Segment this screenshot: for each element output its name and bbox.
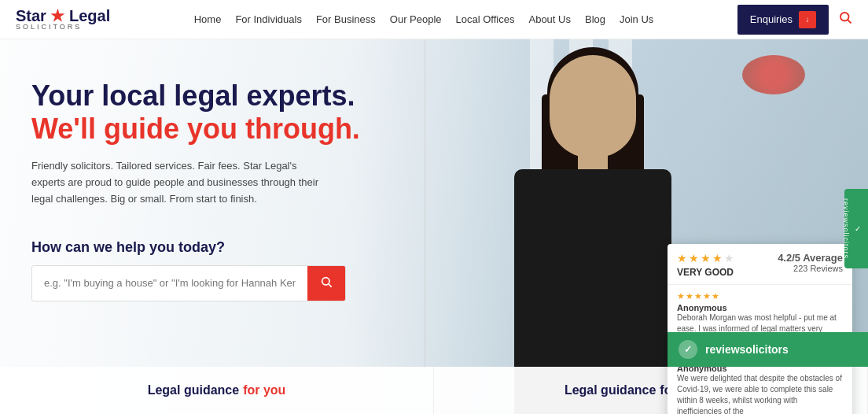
hero-section: Your local legal experts. We'll guide yo… — [0, 39, 868, 414]
reviewsolicitors-tab-text: reviewsolicitors — [842, 198, 850, 259]
hero-title: Your local legal experts. We'll guide yo… — [31, 79, 409, 146]
nav-join-us[interactable]: Join Us — [620, 13, 653, 25]
overall-stars: ★ ★ ★ ★ ★ — [677, 252, 734, 264]
nav-about-us[interactable]: About Us — [528, 13, 570, 25]
nav-home[interactable]: Home — [194, 13, 222, 25]
review-rating-right: 4.2/5 Average 223 Reviews — [778, 252, 843, 273]
review-panel: ★ ★ ★ ★ ★ VERY GOOD 4.2/5 Average 223 Re… — [668, 244, 852, 414]
hero-search-button[interactable] — [307, 266, 345, 301]
review-count: 223 Reviews — [778, 264, 843, 273]
review-2-text: We were delighted that despite the obsta… — [677, 373, 843, 414]
svg-line-3 — [329, 284, 332, 287]
review-1-stars: ★ ★ ★ ★ ★ — [677, 291, 843, 301]
header-right: Enquiries ↓ — [737, 5, 852, 35]
enquiries-button[interactable]: Enquiries ↓ — [737, 5, 829, 35]
nav-for-business[interactable]: For Business — [316, 13, 376, 25]
nav-blog[interactable]: Blog — [585, 13, 605, 25]
logo-star: ★ — [50, 7, 64, 24]
svg-line-1 — [848, 20, 851, 23]
hero-content: Your local legal experts. We'll guide yo… — [0, 39, 440, 414]
rating-label: VERY GOOD — [677, 267, 734, 278]
star-3: ★ — [701, 252, 711, 264]
star-4: ★ — [712, 252, 723, 264]
enquiries-dropdown-arrow: ↓ — [799, 11, 816, 28]
hero-search-label: How can we help you today? — [31, 239, 409, 256]
bottom-item-1-prefix: Legal guidance — [148, 383, 239, 397]
reviewsolicitors-banner-text: reviewsolicitors — [705, 343, 789, 356]
review-tab-check-icon: ✓ — [853, 224, 862, 233]
review-rating-left: ★ ★ ★ ★ ★ VERY GOOD — [677, 252, 734, 278]
reviewsolicitors-banner[interactable]: ✓ reviewsolicitors — [668, 332, 868, 367]
star-1: ★ — [677, 252, 687, 264]
bottom-item-2-prefix: Legal guidance — [565, 383, 656, 397]
bottom-item-1-suffix: for you — [243, 383, 285, 397]
flower-decoration — [742, 55, 805, 94]
hero-title-line2: We'll guide you through. — [31, 113, 360, 145]
logo[interactable]: Star ★ Legal SOLICITORS — [16, 8, 110, 31]
hero-title-line1: Your local legal experts. — [31, 79, 355, 112]
nav-for-individuals[interactable]: For Individuals — [235, 13, 302, 25]
nav-local-offices[interactable]: Local Offices — [456, 13, 515, 25]
reviewsolicitors-check-icon: ✓ — [679, 340, 697, 359]
rating-average: 4.2/5 Average — [778, 252, 843, 264]
person-head — [550, 55, 636, 157]
review-1-author: Anonymous — [677, 303, 843, 312]
hero-search-bar — [31, 265, 346, 301]
section-divider — [425, 39, 425, 367]
star-5-empty: ★ — [724, 252, 734, 264]
hero-description: Friendly solicitors. Tailored services. … — [31, 158, 322, 207]
star-2: ★ — [689, 252, 699, 264]
enquiries-label: Enquiries — [750, 13, 793, 25]
header-search-button[interactable] — [838, 10, 852, 28]
hero-search-input[interactable] — [32, 268, 307, 298]
reviewsolicitors-tab[interactable]: ✓ reviewsolicitors — [844, 189, 868, 268]
bottom-item-individuals[interactable]: Legal guidance for you — [0, 367, 434, 414]
header: Star ★ Legal SOLICITORS Home For Individ… — [0, 0, 868, 39]
nav-our-people[interactable]: Our People — [390, 13, 442, 25]
svg-point-0 — [840, 13, 849, 21]
svg-point-2 — [322, 277, 329, 284]
review-panel-header: ★ ★ ★ ★ ★ VERY GOOD 4.2/5 Average 223 Re… — [668, 244, 852, 285]
main-nav: Home For Individuals For Business Our Pe… — [194, 13, 654, 25]
logo-name: Star ★ Legal — [16, 8, 110, 24]
logo-sub: SOLICITORS — [16, 24, 110, 31]
